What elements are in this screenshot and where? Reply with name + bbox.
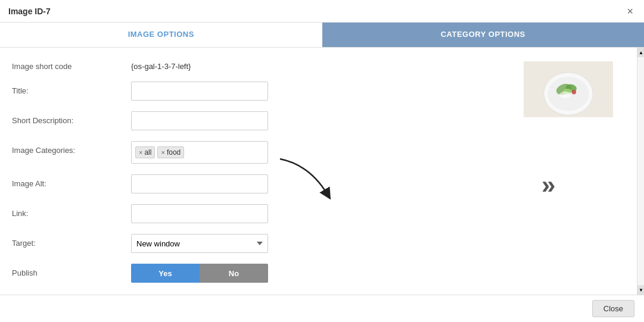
scrollbar-up-arrow[interactable]: ▲ — [637, 48, 644, 57]
tabs: IMAGE OPTIONS CATEGORY OPTIONS — [0, 23, 644, 48]
image-categories-label: Image Categories: — [12, 141, 131, 155]
image-alt-input[interactable] — [131, 174, 268, 193]
form-section: Image short code {os-gal-1-3-7-left} Tit… — [0, 48, 518, 295]
publish-yes-button[interactable]: Yes — [131, 264, 200, 283]
image-short-code-value: {os-gal-1-3-7-left} — [131, 57, 191, 71]
remove-all-tag-icon[interactable]: × — [139, 149, 142, 156]
category-tag-food-label: food — [167, 148, 181, 157]
form-row-description: Short Description: — [12, 111, 506, 130]
form-row-categories: Image Categories: × all × food — [12, 141, 506, 164]
form-row-publish: Publish Yes No — [12, 264, 506, 283]
tab-image-options[interactable]: IMAGE OPTIONS — [0, 23, 322, 47]
form-row-title: Title: — [12, 82, 506, 101]
category-tag-all: × all — [135, 146, 155, 158]
svg-point-6 — [572, 90, 577, 95]
link-input[interactable] — [131, 204, 268, 223]
close-icon[interactable]: × — [624, 6, 636, 17]
image-alt-label: Image Alt: — [12, 174, 131, 188]
modal: Image ID-7 × IMAGE OPTIONS CATEGORY OPTI… — [0, 0, 644, 322]
scrollbar[interactable]: ▲ ▼ — [637, 48, 644, 295]
food-image — [524, 60, 613, 119]
category-search-input[interactable] — [186, 148, 264, 157]
form-row-target: Target: New window Same window _blank _s… — [12, 234, 506, 253]
image-short-code-label: Image short code — [12, 57, 131, 71]
target-label: Target: — [12, 234, 131, 248]
title-label: Title: — [12, 82, 131, 95]
image-preview — [518, 54, 625, 125]
publish-label: Publish — [12, 264, 131, 277]
title-input[interactable] — [131, 82, 268, 101]
tab-category-options[interactable]: CATEGORY OPTIONS — [322, 23, 645, 47]
modal-footer: Close — [0, 295, 644, 322]
form-row-link: Link: — [12, 204, 506, 223]
category-tag-all-label: all — [144, 148, 151, 157]
form-row-shortcode: Image short code {os-gal-1-3-7-left} — [12, 57, 506, 71]
modal-title: Image ID-7 — [8, 7, 51, 16]
svg-point-7 — [559, 92, 571, 98]
form-row-alt: Image Alt: — [12, 174, 506, 193]
scrollbar-down-arrow[interactable]: ▼ — [637, 285, 644, 295]
category-tag-food: × food — [157, 146, 184, 158]
publish-toggle: Yes No — [131, 264, 268, 283]
right-panel: » — [518, 48, 637, 295]
chevron-right-area: » — [536, 173, 555, 198]
link-label: Link: — [12, 204, 131, 218]
target-select[interactable]: New window Same window _blank _self — [131, 234, 268, 253]
categories-field[interactable]: × all × food — [131, 141, 268, 164]
short-description-label: Short Description: — [12, 111, 131, 125]
remove-food-tag-icon[interactable]: × — [161, 149, 164, 156]
publish-no-button[interactable]: No — [200, 264, 268, 283]
close-footer-button[interactable]: Close — [592, 300, 634, 317]
modal-header: Image ID-7 × — [0, 0, 644, 23]
modal-body: Image short code {os-gal-1-3-7-left} Tit… — [0, 48, 644, 295]
chevron-right-icon: » — [542, 173, 555, 198]
short-description-input[interactable] — [131, 111, 268, 130]
